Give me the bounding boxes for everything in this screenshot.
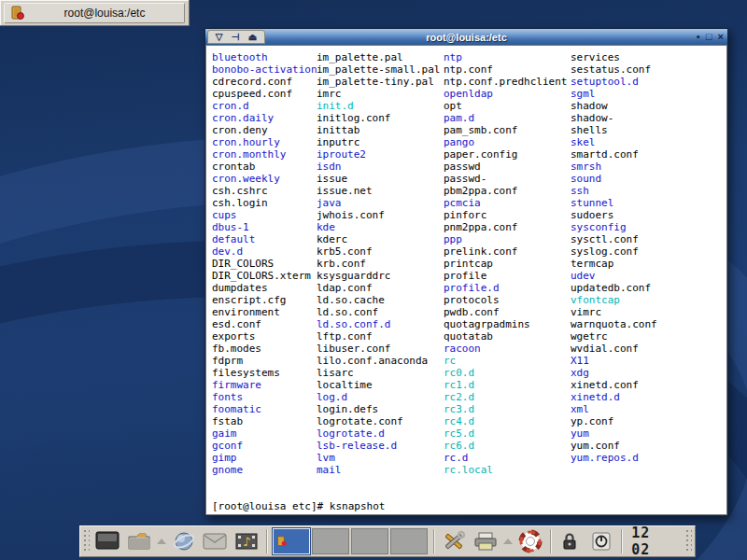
window-taskbar-button[interactable]: root@louisa:/etc xyxy=(4,3,185,23)
panel-drag-handle[interactable] xyxy=(83,529,90,553)
file-entry: lsb-release.d xyxy=(317,440,440,452)
file-entry: crontab xyxy=(212,161,317,173)
terminal-screen[interactable]: bluetoothbonobo-activationcdrecord.confc… xyxy=(205,45,727,515)
file-entry: quotagrpadmins xyxy=(444,318,567,330)
file-entry: udev xyxy=(571,270,657,282)
window-titlebar[interactable]: ▽ ⊣ ⏏ root@louisa:/etc ▪ □ × xyxy=(205,29,727,45)
file-entry: xdg xyxy=(571,367,657,379)
file-entry: log.d xyxy=(317,391,440,403)
file-entry: cron.daily xyxy=(212,112,317,124)
home-folder-button[interactable] xyxy=(125,528,153,554)
web-browser-button[interactable] xyxy=(170,528,198,554)
file-entry: prelink.conf xyxy=(444,245,567,258)
file-entry: issue.net xyxy=(317,185,440,197)
titlebar-right-buttons: ▪ □ × xyxy=(697,29,724,45)
pager-desktop-1[interactable] xyxy=(273,528,310,554)
file-entry: init.d xyxy=(317,100,440,112)
file-entry: cron.hourly xyxy=(212,136,317,148)
mail-button[interactable] xyxy=(201,528,229,554)
file-entry: dumpdates xyxy=(212,282,317,294)
panel-expand-arrow[interactable] xyxy=(157,539,166,544)
panel-drag-handle[interactable] xyxy=(685,529,692,553)
svg-text:♪: ♪ xyxy=(243,535,250,549)
panel-expand-arrow[interactable] xyxy=(503,539,513,544)
prompt-line: [root@louisa etc]# ksnapshot xyxy=(212,500,385,512)
panel-separator xyxy=(266,529,267,553)
system-tools-button[interactable] xyxy=(440,528,468,554)
file-entry: im_palette-tiny.pal xyxy=(317,76,440,88)
file-entry: ldap.conf xyxy=(317,282,440,294)
pager-desktop-2[interactable] xyxy=(312,528,349,554)
file-entry: opt xyxy=(444,100,567,112)
file-entry: pbm2ppa.conf xyxy=(444,185,567,197)
file-entry: xinetd.conf xyxy=(571,379,657,391)
file-entry: im_palette.pal xyxy=(317,51,440,63)
keep-above-icon[interactable]: ⏏ xyxy=(248,33,257,42)
file-entry: openldap xyxy=(444,88,567,100)
file-entry: fstab xyxy=(212,415,317,427)
film-note-icon: ♪ xyxy=(234,530,259,553)
file-entry: shadow xyxy=(571,100,657,112)
file-entry: ntp.conf xyxy=(444,63,567,76)
file-entry: updatedb.conf xyxy=(571,282,657,294)
file-entry: cron.deny xyxy=(212,124,317,136)
file-entry: lftp.conf xyxy=(317,330,440,343)
show-desktop-button[interactable] xyxy=(93,528,121,554)
file-entry: vfontcap xyxy=(571,294,657,306)
file-entry: sound xyxy=(571,173,657,185)
file-entry: ksysguarddrc xyxy=(317,270,440,282)
file-entry: ld.so.conf.d xyxy=(317,318,440,330)
multimedia-button[interactable]: ♪ xyxy=(233,528,261,554)
pager-desktop-4[interactable] xyxy=(390,528,428,554)
window-title: root@louisa:/etc xyxy=(205,32,727,43)
panel-clock[interactable]: 12 02 xyxy=(627,525,682,558)
minimize-icon[interactable]: ▪ xyxy=(697,32,700,42)
help-button[interactable] xyxy=(516,528,544,554)
panel-separator xyxy=(621,529,622,553)
file-entry: login.defs xyxy=(317,403,440,415)
file-entry: passwd- xyxy=(444,173,567,185)
file-entry: csh.login xyxy=(212,197,317,209)
file-entry: cron.weekly xyxy=(212,173,317,185)
file-entry: jwhois.conf xyxy=(317,209,440,221)
file-entry: shadow- xyxy=(571,112,657,124)
file-entry: services xyxy=(571,51,657,63)
bottom-taskbar: ♪ xyxy=(79,525,696,557)
konsole-icon xyxy=(10,6,25,21)
printer-icon xyxy=(473,531,498,552)
file-entry: profile xyxy=(444,270,567,282)
file-entry: ppp xyxy=(444,233,567,245)
file-entry: rc.d xyxy=(444,452,567,464)
file-entry: sysconfig xyxy=(571,221,657,233)
file-entry: inputrc xyxy=(317,136,440,148)
folder-icon xyxy=(127,531,151,552)
file-entry: bluetooth xyxy=(212,51,317,63)
file-entry: krb.conf xyxy=(317,258,440,270)
pager-desktop-3[interactable] xyxy=(351,528,388,554)
file-entry: iproute2 xyxy=(317,148,440,161)
maximize-icon[interactable]: □ xyxy=(706,32,712,42)
shade-icon[interactable]: ▽ xyxy=(216,33,223,42)
lock-screen-button[interactable] xyxy=(557,528,585,554)
file-entry: ntp.conf.predhclient xyxy=(444,76,567,88)
file-entry: vimrc xyxy=(571,306,657,318)
titlebar-left-buttons: ▽ ⊣ ⏏ xyxy=(207,30,265,44)
file-entry: cups xyxy=(212,209,317,221)
file-entry: rc1.d xyxy=(444,379,567,391)
close-icon[interactable]: × xyxy=(718,32,724,42)
file-entry: kderc xyxy=(317,233,440,245)
file-entry: profile.d xyxy=(444,282,567,294)
print-manager-button[interactable] xyxy=(472,528,500,554)
file-entry: yum.conf xyxy=(571,440,657,452)
file-entry: firmware xyxy=(212,379,317,391)
file-entry: dev.d xyxy=(212,245,317,258)
file-entry: initlog.conf xyxy=(317,112,440,124)
file-entry: rc.local xyxy=(444,464,567,476)
sticky-pin-icon[interactable]: ⊣ xyxy=(232,33,240,42)
file-entry: yum.repos.d xyxy=(571,452,657,464)
file-entry: cpuspeed.conf xyxy=(212,88,317,100)
logout-button[interactable] xyxy=(587,528,615,554)
power-icon xyxy=(592,532,611,551)
file-entry: DIR_COLORS.xterm xyxy=(212,270,317,282)
file-entry: lvm xyxy=(317,452,440,464)
